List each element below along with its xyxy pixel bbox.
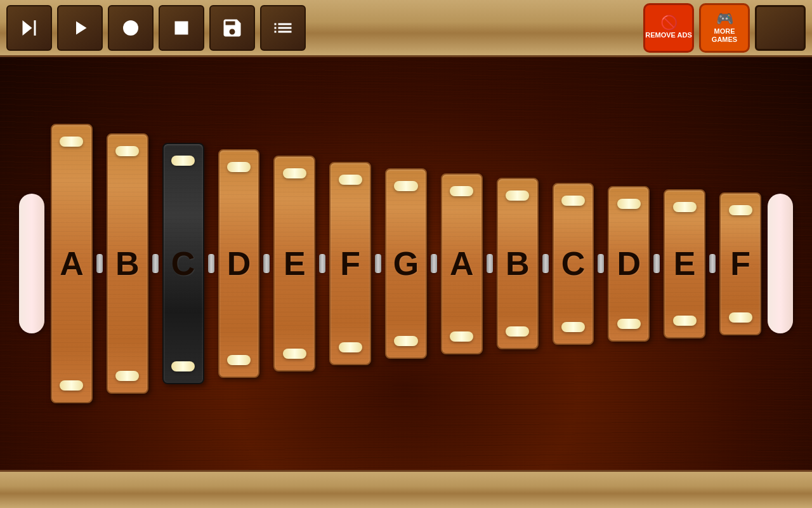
- key-bump-bottom: [171, 361, 195, 371]
- key-bump-bottom: [227, 355, 251, 365]
- svg-point-0: [123, 20, 138, 36]
- key-connector-2: [152, 254, 159, 273]
- key-connector-4: [263, 254, 270, 273]
- key-f-12[interactable]: F: [719, 192, 761, 335]
- key-bump-bottom: [450, 331, 473, 342]
- key-connector-8: [487, 254, 493, 273]
- key-label: C: [171, 244, 195, 283]
- key-label: E: [674, 244, 696, 283]
- key-bump-top: [339, 175, 362, 185]
- key-label: F: [340, 244, 360, 283]
- key-bump-top: [729, 205, 752, 215]
- remove-ads-icon: 🚫: [660, 16, 678, 30]
- skip-button[interactable]: [6, 5, 52, 51]
- bottom-wood-strip: [0, 470, 812, 508]
- key-label: D: [227, 244, 251, 283]
- key-label: B: [115, 244, 140, 283]
- key-bump-top: [673, 202, 697, 212]
- main-area: ABCDEFGABCDEF: [0, 57, 812, 470]
- key-b-8[interactable]: B: [497, 178, 539, 349]
- key-bump-bottom: [283, 349, 306, 359]
- key-c-2[interactable]: C: [162, 143, 204, 384]
- key-bump-top: [561, 196, 585, 206]
- key-bump-bottom: [339, 342, 362, 352]
- key-g-6[interactable]: G: [385, 168, 427, 359]
- key-label: A: [60, 244, 84, 283]
- right-mallet: [768, 194, 793, 333]
- key-label: E: [284, 244, 306, 283]
- key-a-7[interactable]: A: [441, 173, 483, 354]
- key-connector-1: [96, 254, 103, 273]
- key-bump-top: [283, 168, 306, 178]
- key-connector-3: [208, 254, 214, 273]
- remove-ads-label: REMOVE ADS: [645, 31, 692, 39]
- key-connector-9: [542, 254, 549, 273]
- toolbar: 🚫 REMOVE ADS 🎮 MORE GAMES: [0, 0, 812, 57]
- key-connector-11: [653, 254, 660, 273]
- svg-rect-1: [175, 21, 188, 34]
- key-connector-12: [709, 254, 716, 273]
- key-e-11[interactable]: E: [664, 189, 705, 338]
- save-button[interactable]: [209, 5, 255, 51]
- key-f-5[interactable]: F: [329, 162, 371, 365]
- key-bump-top: [171, 156, 195, 166]
- key-bump-top: [394, 181, 417, 191]
- stop-button[interactable]: [159, 5, 204, 51]
- key-a-0[interactable]: A: [51, 124, 93, 403]
- key-label: A: [450, 244, 474, 283]
- key-b-1[interactable]: B: [107, 133, 148, 394]
- key-bump-bottom: [115, 371, 139, 381]
- key-d-10[interactable]: D: [608, 186, 650, 342]
- on-toggle-button[interactable]: [755, 5, 806, 51]
- key-connector-5: [319, 254, 325, 273]
- key-bump-top: [506, 190, 529, 201]
- key-bump-bottom: [394, 336, 417, 346]
- key-c-9[interactable]: C: [553, 183, 594, 345]
- more-games-button[interactable]: 🎮 MORE GAMES: [699, 3, 750, 53]
- key-bump-top: [60, 137, 83, 147]
- play-button[interactable]: [57, 5, 103, 51]
- key-label: F: [730, 244, 750, 283]
- key-label: G: [393, 244, 419, 283]
- xylophone: ABCDEFGABCDEF: [19, 105, 793, 422]
- key-label: C: [561, 244, 586, 283]
- more-games-label: MORE GAMES: [701, 27, 748, 43]
- key-label: B: [506, 244, 530, 283]
- remove-ads-button[interactable]: 🚫 REMOVE ADS: [643, 3, 694, 53]
- key-bump-top: [617, 199, 641, 209]
- record-button[interactable]: [108, 5, 154, 51]
- key-bump-bottom: [506, 326, 529, 337]
- key-bump-bottom: [617, 319, 641, 329]
- key-label: D: [617, 244, 641, 283]
- key-bump-bottom: [561, 322, 585, 332]
- key-bump-bottom: [60, 380, 83, 391]
- keys-container: ABCDEFGABCDEF: [44, 105, 768, 422]
- key-e-4[interactable]: E: [273, 156, 315, 371]
- key-connector-10: [598, 254, 604, 273]
- key-bump-bottom: [673, 316, 697, 326]
- list-button[interactable]: [260, 5, 306, 51]
- key-d-3[interactable]: D: [218, 149, 260, 378]
- key-connector-6: [375, 254, 381, 273]
- left-mallet: [19, 194, 44, 333]
- key-bump-top: [227, 162, 251, 172]
- key-bump-bottom: [729, 312, 752, 323]
- key-connector-7: [431, 254, 437, 273]
- key-bump-top: [115, 146, 139, 156]
- key-bump-top: [450, 186, 473, 196]
- more-games-icon: 🎮: [716, 12, 733, 26]
